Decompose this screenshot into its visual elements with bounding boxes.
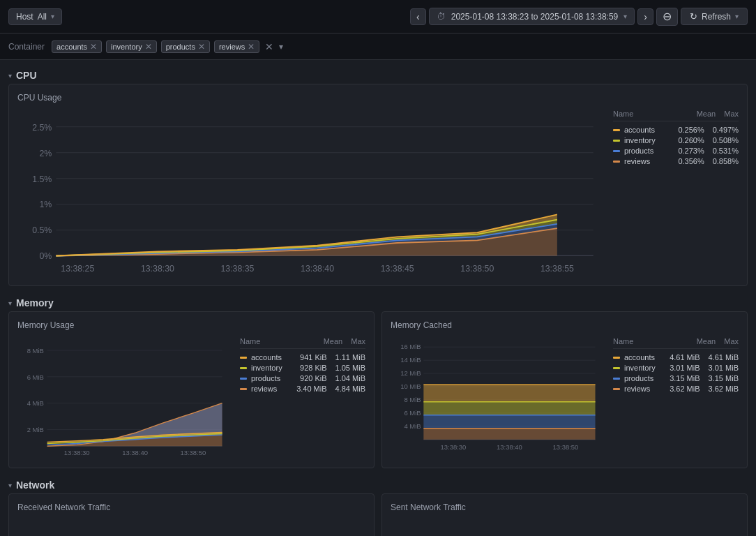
next-time-button[interactable]: › — [637, 8, 653, 25]
cpu-usage-title: CPU Usage — [17, 93, 739, 103]
svg-marker-58 — [423, 429, 595, 440]
legend-row-products: products 0.273% 0.531% — [613, 147, 739, 155]
mem-legend-reviews: reviews 3.40 MiB 4.84 MiB — [240, 385, 365, 393]
legend-row-inventory: inventory 0.260% 0.508% — [613, 136, 739, 144]
svg-marker-61 — [423, 385, 595, 402]
cpu-section-title: CPU — [16, 70, 37, 81]
zoom-out-button[interactable]: ⊖ — [656, 8, 678, 26]
memory-usage-legend: Name Mean Max accounts 941 KiB 1.11 MiB — [240, 337, 365, 395]
memory-section: ▾ Memory Memory Usage 8 MiB — [8, 293, 748, 468]
products-max: 0.531% — [713, 147, 739, 155]
network-section: ▾ Network Received Network Traffic Sent … — [8, 475, 748, 536]
memory-usage-svg: 8 MiB 6 MiB 4 MiB 2 MiB 13:38:30 13:38:4… — [17, 337, 229, 459]
filter-tag-accounts[interactable]: accounts ✕ — [52, 40, 102, 53]
filter-tag-products-label: products — [166, 43, 195, 51]
legend-name-accounts: accounts — [613, 126, 670, 134]
memory-panels: Memory Usage 8 MiB 6 MiB 4 MiB 2 Mi — [8, 311, 748, 468]
host-label: Host — [16, 12, 33, 22]
memory-cached-legend: Name Mean Max accounts 4.61 MiB 4.61 MiB — [613, 337, 739, 395]
mem-accounts-dot — [240, 357, 247, 359]
filter-tag-reviews[interactable]: reviews ✕ — [214, 40, 259, 53]
remove-inventory-button[interactable]: ✕ — [145, 43, 152, 51]
remove-accounts-button[interactable]: ✕ — [90, 43, 97, 51]
svg-text:6 MiB: 6 MiB — [27, 373, 44, 381]
filter-tag-products[interactable]: products ✕ — [161, 40, 210, 53]
network-panels: Received Network Traffic Sent Network Tr… — [8, 493, 748, 536]
cpu-chart-legend: Name Mean Max accounts 0.256% 0.497% — [613, 110, 739, 168]
clear-all-filters-button[interactable]: ✕ — [265, 41, 273, 52]
memory-usage-chart-area: 8 MiB 6 MiB 4 MiB 2 MiB 13:38:30 13:38:4… — [17, 337, 365, 459]
memory-usage-graph: 8 MiB 6 MiB 4 MiB 2 MiB 13:38:30 13:38:4… — [17, 337, 229, 459]
svg-text:13:38:25: 13:38:25 — [61, 264, 94, 274]
cpu-chart-graph: 2.5% 2% 1.5% 1% 0.5% 0% 13:38:25 13:38:3… — [17, 110, 602, 277]
svg-text:13:38:35: 13:38:35 — [221, 264, 255, 274]
mem-cached-legend-header: Name Mean Max — [613, 337, 739, 349]
svg-text:1%: 1% — [40, 200, 52, 209]
memory-cached-title: Memory Cached — [391, 320, 739, 330]
svg-text:6 MiB: 6 MiB — [404, 409, 421, 417]
svg-text:8 MiB: 8 MiB — [404, 396, 421, 403]
svg-text:13:38:30: 13:38:30 — [441, 443, 467, 451]
memory-usage-panel: Memory Usage 8 MiB 6 MiB 4 MiB 2 Mi — [8, 311, 375, 468]
received-network-panel: Received Network Traffic — [8, 493, 375, 536]
svg-text:2 MiB: 2 MiB — [27, 426, 44, 434]
host-chevron-icon: ▾ — [51, 13, 54, 20]
remove-reviews-button[interactable]: ✕ — [248, 43, 255, 51]
mem-legend-inventory: inventory 928 KiB 1.05 MiB — [240, 364, 365, 372]
host-selector[interactable]: Host All ▾ — [8, 8, 62, 25]
svg-text:4 MiB: 4 MiB — [404, 422, 421, 430]
memory-cached-panel: Memory Cached 16 MiB — [381, 311, 748, 468]
cached-legend-accounts: accounts 4.61 MiB 4.61 MiB — [613, 353, 739, 362]
svg-text:13:38:40: 13:38:40 — [497, 443, 522, 451]
memory-cached-chart-area: 16 MiB 14 MiB 12 MiB 10 MiB 8 MiB 6 MiB … — [391, 337, 739, 459]
legend-name-products: products — [613, 147, 670, 155]
svg-text:4 MiB: 4 MiB — [27, 400, 44, 408]
svg-text:2%: 2% — [40, 149, 52, 158]
legend-name-header: Name — [613, 110, 688, 118]
prev-time-button[interactable]: ‹ — [410, 8, 426, 25]
refresh-button[interactable]: ↻ Refresh ▾ — [681, 8, 748, 25]
svg-text:13:38:30: 13:38:30 — [141, 264, 174, 274]
svg-marker-60 — [423, 402, 595, 415]
cpu-section: ▾ CPU CPU Usage — [8, 66, 748, 286]
mem-legend-accounts: accounts 941 KiB 1.11 MiB — [240, 353, 365, 362]
cpu-chart-area: 2.5% 2% 1.5% 1% 0.5% 0% 13:38:25 13:38:3… — [17, 110, 739, 277]
refresh-chevron-icon: ▾ — [735, 13, 739, 20]
remove-products-button[interactable]: ✕ — [198, 43, 205, 51]
network-section-header[interactable]: ▾ Network — [8, 475, 748, 493]
cached-products-dot — [613, 378, 620, 380]
filter-tag-accounts-label: accounts — [56, 43, 87, 51]
inventory-color-dot — [613, 140, 620, 142]
received-network-title: Received Network Traffic — [17, 502, 365, 512]
svg-text:13:38:40: 13:38:40 — [122, 449, 148, 456]
memory-cached-graph: 16 MiB 14 MiB 12 MiB 10 MiB 8 MiB 6 MiB … — [391, 337, 602, 459]
sent-network-placeholder — [391, 519, 739, 536]
memory-section-header[interactable]: ▾ Memory — [8, 293, 748, 311]
reviews-mean: 0.356% — [678, 157, 704, 165]
memory-cached-svg: 16 MiB 14 MiB 12 MiB 10 MiB 8 MiB 6 MiB … — [391, 337, 602, 459]
time-range-text: 2025-01-08 13:38:23 to 2025-01-08 13:38:… — [451, 12, 619, 22]
cached-legend-products: products 3.15 MiB 3.15 MiB — [613, 374, 739, 382]
filter-expand-icon[interactable]: ▾ — [279, 42, 283, 52]
cpu-usage-panel: CPU Usage 2.5% 2% — [8, 84, 748, 286]
svg-text:8 MiB: 8 MiB — [27, 347, 44, 355]
svg-text:13:38:45: 13:38:45 — [381, 264, 414, 274]
reviews-color-dot — [613, 161, 620, 163]
products-color-dot — [613, 150, 620, 152]
mem-reviews-dot — [240, 388, 247, 390]
refresh-icon: ↻ — [690, 11, 697, 22]
cached-legend-inventory: inventory 3.01 MiB 3.01 MiB — [613, 364, 739, 372]
svg-marker-59 — [423, 415, 595, 429]
cpu-section-header[interactable]: ▾ CPU — [8, 66, 748, 84]
svg-text:12 MiB: 12 MiB — [400, 369, 421, 377]
sent-network-panel: Sent Network Traffic — [381, 493, 748, 536]
svg-text:13:38:55: 13:38:55 — [540, 264, 574, 274]
filter-tag-inventory[interactable]: inventory ✕ — [106, 40, 157, 53]
legend-mean-header: Mean — [697, 110, 716, 118]
time-range-selector[interactable]: ⏱ 2025-01-08 13:38:23 to 2025-01-08 13:3… — [429, 8, 635, 25]
legend-max-header: Max — [724, 110, 739, 118]
cached-inventory-dot — [613, 367, 620, 369]
reviews-max: 0.858% — [713, 157, 739, 165]
legend-name-reviews: reviews — [613, 157, 670, 165]
memory-usage-title: Memory Usage — [17, 320, 365, 330]
